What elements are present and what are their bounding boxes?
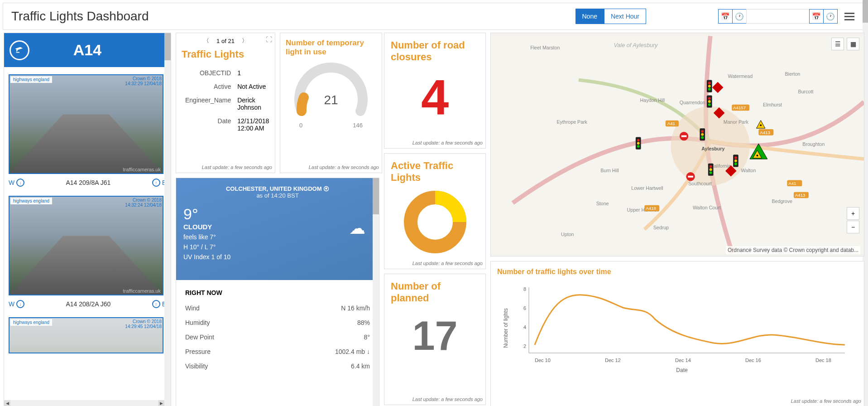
traffic-light-marker [733, 155, 739, 167]
cloud-icon: ☁ [349, 219, 365, 238]
scrollbar-vertical[interactable] [373, 178, 379, 406]
map-legend-button[interactable]: ☰ [831, 38, 844, 50]
camera-label: A14 209/8A J61 [26, 179, 150, 186]
time-filter-group: None Next Hour [575, 9, 647, 24]
planned-title: Number of planned [391, 280, 479, 304]
camera-panel: A14 highways england Crown © 201814:32:2… [4, 33, 171, 406]
svg-text:Elmhurst: Elmhurst [763, 102, 782, 107]
top-bar: Traffic Lights Dashboard None Next Hour … [3, 3, 865, 30]
filter-next-hour-button[interactable]: Next Hour [604, 9, 646, 24]
svg-text:Watermead: Watermead [728, 73, 753, 79]
svg-text:Stone: Stone [596, 201, 609, 206]
weather-asof: as of 14:20 BST [183, 192, 372, 199]
svg-text:Southcourt: Southcourt [688, 181, 712, 186]
zoom-in-button[interactable]: + [847, 207, 859, 220]
svg-text:Dec 12: Dec 12 [605, 358, 621, 363]
traffic-light-marker [700, 128, 705, 140]
table-row: ActiveNot Active [182, 80, 272, 93]
traffic-light-marker [707, 80, 712, 92]
svg-text:A418: A418 [646, 206, 656, 211]
arrow-up-icon[interactable]: ↑ [152, 179, 160, 187]
weather-summary: COLCHESTER, UNITED KINGDOM ⦿ as of 14:20… [176, 178, 379, 280]
arrow-down-icon[interactable]: ↓ [16, 300, 24, 308]
camera-image-2[interactable]: highways england Crown © 201814:32:24 12… [9, 196, 163, 295]
closures-title: Number of road closures [391, 39, 479, 63]
svg-point-61 [734, 160, 737, 162]
svg-point-40 [708, 82, 711, 84]
active-title: Active Traffic Lights [391, 160, 479, 184]
table-row: Engineer_NameDerick Johnson [182, 94, 272, 114]
dir-w: W [9, 300, 14, 308]
camera-image-1[interactable]: highways england Crown © 201814:32:29 12… [9, 74, 163, 174]
map[interactable]: Fleet Marston Vale of Aylesbury Watermea… [491, 33, 864, 256]
svg-text:Haydon Hill: Haydon Hill [640, 97, 665, 103]
gauge-panel: Number of temporary light in use 21 0 14… [280, 33, 382, 173]
prev-icon[interactable]: 〈 [203, 37, 209, 45]
map-basemap-button[interactable]: ▦ [847, 38, 859, 50]
svg-point-69 [756, 155, 758, 156]
camera-label: A14 208/2A J60 [26, 300, 150, 308]
svg-point-52 [637, 139, 640, 141]
weather-temp: 9° [183, 205, 372, 223]
weather-location: COLCHESTER, UNITED KINGDOM [226, 185, 322, 192]
weather-row: Dew Point8° [185, 330, 370, 344]
camera-meta: Crown © 201814:32:29 12/04/18 [125, 76, 162, 86]
calendar-icon[interactable]: 📅 [718, 9, 733, 24]
svg-text:Bierton: Bierton [785, 71, 801, 77]
svg-text:Number of lights: Number of lights [503, 308, 509, 348]
zoom-out-button[interactable]: − [847, 221, 859, 233]
clock-icon[interactable]: 🕐 [823, 9, 838, 24]
stats-column: Number of road closures 4 Last update: a… [384, 33, 486, 406]
camera-image-3[interactable]: highways england Crown © 201814:29:45 12… [9, 317, 163, 353]
weather-row: Pressure1002.4 mb ↓ [185, 344, 370, 359]
last-update: Last update: a few seconds ago [280, 162, 382, 173]
svg-point-53 [637, 142, 640, 145]
page-title: Traffic Lights Dashboard [11, 9, 571, 24]
svg-text:Eythrope Park: Eythrope Park [556, 119, 587, 125]
svg-text:Walton: Walton [741, 168, 756, 173]
svg-point-58 [710, 171, 712, 174]
closures-panel: Number of road closures 4 Last update: a… [384, 33, 486, 149]
menu-icon[interactable] [842, 9, 857, 24]
svg-text:A4157: A4157 [733, 105, 746, 110]
planned-panel: Number of planned 17 Last update: a few … [384, 274, 486, 405]
expand-icon[interactable]: ⛶ [266, 36, 272, 43]
camera-footer-2: W ↓ A14 208/2A J60 ↑ E [4, 298, 171, 310]
svg-text:Dec 10: Dec 10 [535, 358, 551, 363]
svg-point-44 [708, 97, 711, 100]
next-icon[interactable]: 〉 [242, 37, 248, 45]
svg-rect-0 [16, 52, 19, 53]
camera-brand: highways england [10, 198, 52, 204]
date-picker-group-1: 📅 🕐 📅 🕐 [719, 9, 838, 24]
scrollbar-horizontal[interactable]: ◀▶ [4, 400, 164, 406]
svg-point-50 [701, 136, 704, 139]
scrollbar-vertical[interactable] [164, 33, 171, 406]
clock-icon[interactable]: 🕐 [732, 9, 747, 24]
table-row: OBJECTID1 [182, 67, 272, 79]
weather-panel: COLCHESTER, UNITED KINGDOM ⦿ as of 14:20… [176, 178, 379, 406]
svg-point-46 [708, 103, 711, 106]
last-update: Last update: a few seconds ago [176, 162, 275, 173]
pager-text: 1 of 21 [216, 38, 235, 44]
dashboard-content: A14 highways england Crown © 201814:32:2… [0, 33, 868, 406]
svg-point-60 [734, 156, 737, 159]
arrow-down-icon[interactable]: ↓ [16, 179, 24, 187]
weather-condition: CLOUDY [183, 223, 372, 231]
camera-watermark: trafficcameras.uk [123, 167, 161, 172]
location-target-icon[interactable]: ⦿ [323, 185, 329, 192]
svg-text:Vale of Aylesbury: Vale of Aylesbury [614, 42, 658, 48]
camera-header: A14 [4, 33, 171, 67]
calendar-icon[interactable]: 📅 [809, 9, 824, 24]
arrow-up-icon[interactable]: ↑ [152, 300, 160, 308]
date-display-1 [746, 9, 810, 24]
svg-text:Aylesbury: Aylesbury [701, 146, 724, 151]
svg-point-56 [710, 165, 712, 168]
middle-column: 〈 1 of 21 〉 ⛶ Traffic Lights OBJECTID1 A… [176, 33, 379, 406]
chart-panel: Number of traffic lights over time Numbe… [490, 261, 864, 406]
map-panel[interactable]: Fleet Marston Vale of Aylesbury Watermea… [490, 33, 864, 256]
svg-point-68 [760, 124, 762, 126]
traffic-light-marker [708, 164, 714, 176]
road-name: A14 [73, 41, 101, 58]
svg-text:Lower Hartwell: Lower Hartwell [631, 185, 663, 191]
filter-none-button[interactable]: None [575, 9, 604, 24]
